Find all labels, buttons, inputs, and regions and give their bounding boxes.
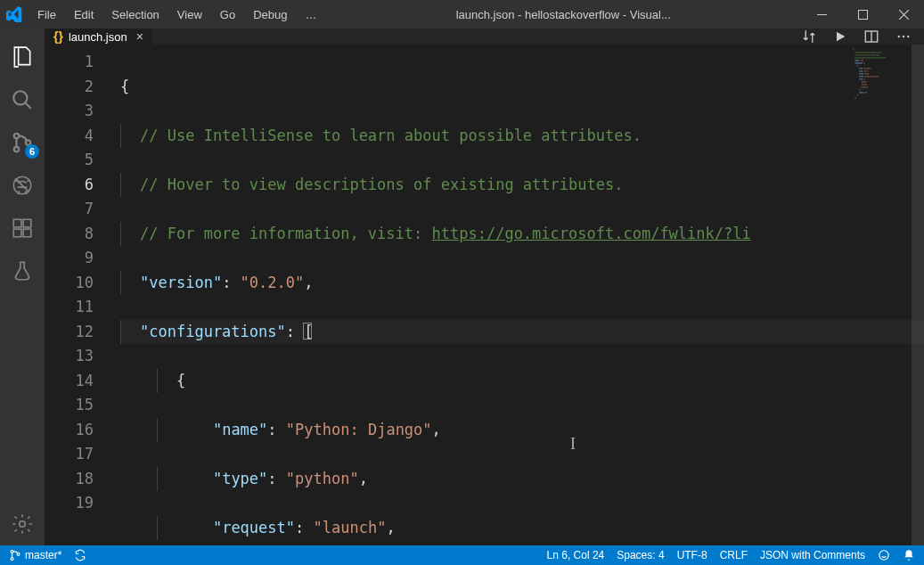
svg-rect-10: [23, 229, 31, 237]
svg-rect-8: [23, 219, 31, 227]
compare-changes-icon[interactable]: [801, 29, 817, 45]
tab-launch-json[interactable]: {} launch.json ×: [45, 29, 153, 45]
title-bar: File Edit Selection View Go Debug … laun…: [0, 0, 924, 29]
menu-debug[interactable]: Debug: [244, 8, 296, 21]
svg-point-19: [879, 551, 889, 561]
menu-file[interactable]: File: [29, 8, 65, 21]
svg-point-15: [907, 36, 909, 37]
editor-group: {} launch.json × 1 2 3 4 5 6 7 8 9 10 11…: [45, 29, 924, 545]
more-actions-icon[interactable]: [895, 29, 912, 45]
window-title: launch.json - hellostackoverflow - Visua…: [325, 8, 801, 21]
svg-point-14: [903, 36, 904, 37]
svg-rect-0: [817, 14, 827, 15]
tab-label: launch.json: [69, 30, 127, 44]
json-file-icon: {}: [53, 29, 63, 44]
close-icon[interactable]: [883, 0, 924, 29]
status-bar: master* Ln 6, Col 24 Spaces: 4 UTF-8 CRL…: [0, 545, 924, 565]
svg-rect-9: [13, 229, 21, 237]
maximize-icon[interactable]: [842, 0, 883, 29]
svg-point-13: [898, 36, 900, 37]
git-branch-item[interactable]: master*: [9, 549, 61, 561]
encoding[interactable]: UTF-8: [677, 549, 707, 561]
line-number-gutter: 1 2 3 4 5 6 7 8 9 10 11 12 13 14 15 16 1…: [45, 45, 120, 565]
bracket-highlight: [: [303, 323, 312, 340]
svg-point-3: [14, 134, 19, 138]
minimap[interactable]: ▄ ▄▄▄▄▄▄▄▄▄▄▄▄▄▄▄▄▄▄▄▄▄▄▄▄▄ ▄▄▄▄▄▄▄▄▄▄▄▄…: [849, 45, 912, 565]
search-icon[interactable]: [0, 78, 45, 121]
svg-rect-7: [13, 219, 21, 227]
cursor-position[interactable]: Ln 6, Col 24: [547, 549, 605, 561]
text-cursor-icon: I: [570, 435, 576, 454]
svg-point-11: [20, 521, 26, 528]
extensions-icon[interactable]: [0, 207, 45, 250]
menu-view[interactable]: View: [168, 8, 211, 21]
test-icon[interactable]: [0, 250, 45, 292]
menu-edit[interactable]: Edit: [65, 8, 102, 21]
activity-bar: 6: [0, 29, 45, 545]
scm-badge: 6: [25, 144, 39, 159]
tab-close-icon[interactable]: ×: [136, 29, 143, 44]
code-content[interactable]: { // Use IntelliSense to learn about pos…: [120, 45, 924, 565]
source-control-icon[interactable]: 6: [0, 121, 45, 164]
svg-rect-1: [858, 10, 867, 19]
indentation[interactable]: Spaces: 4: [617, 549, 664, 561]
vscode-logo-icon: [0, 6, 29, 22]
sync-icon[interactable]: [74, 549, 86, 561]
svg-point-2: [13, 91, 27, 104]
menu-overflow[interactable]: …: [296, 8, 325, 21]
svg-point-4: [14, 147, 19, 151]
feedback-smiley-icon[interactable]: [878, 549, 890, 561]
split-editor-icon[interactable]: [863, 29, 879, 45]
run-icon[interactable]: [833, 29, 847, 44]
minimize-icon[interactable]: [801, 0, 842, 29]
settings-gear-icon[interactable]: [0, 503, 45, 545]
debug-icon[interactable]: [0, 164, 45, 207]
tab-bar: {} launch.json ×: [45, 29, 924, 45]
svg-point-18: [17, 553, 20, 555]
vertical-scrollbar[interactable]: [912, 45, 924, 565]
explorer-icon[interactable]: [0, 36, 45, 78]
notifications-bell-icon[interactable]: [903, 549, 915, 561]
menu-selection[interactable]: Selection: [102, 8, 168, 21]
svg-point-16: [11, 550, 13, 553]
menu-go[interactable]: Go: [211, 8, 244, 21]
text-editor[interactable]: 1 2 3 4 5 6 7 8 9 10 11 12 13 14 15 16 1…: [45, 45, 924, 565]
svg-point-17: [11, 558, 13, 561]
eol[interactable]: CRLF: [720, 549, 748, 561]
language-mode[interactable]: JSON with Comments: [760, 549, 865, 561]
